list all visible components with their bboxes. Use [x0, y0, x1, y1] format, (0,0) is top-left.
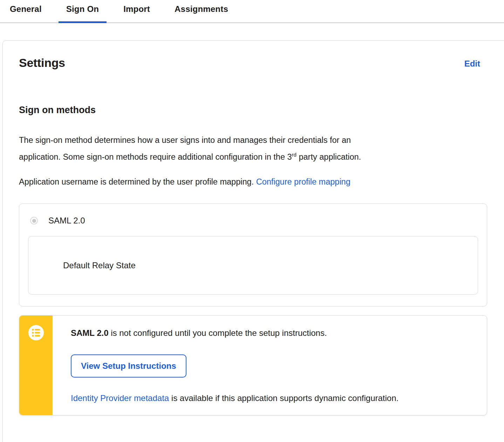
- default-relay-state-box: Default Relay State: [28, 236, 478, 295]
- tab-assignments[interactable]: Assignments: [167, 0, 236, 22]
- sign-on-description-line2-pre: application. Some sign-on methods requir…: [19, 152, 292, 161]
- tab-sign-on[interactable]: Sign On: [59, 0, 107, 22]
- metadata-text: is available if this application support…: [169, 393, 399, 403]
- view-setup-instructions-button[interactable]: View Setup Instructions: [71, 354, 186, 378]
- default-relay-state-label: Default Relay State: [63, 261, 136, 270]
- sign-on-description-line2-post: party application.: [297, 152, 361, 161]
- saml-radio-button[interactable]: [30, 217, 38, 225]
- identity-provider-metadata-link[interactable]: Identity Provider metadata: [71, 393, 169, 403]
- callout-caution-strip: [19, 316, 53, 415]
- saml-method-box: SAML 2.0 Default Relay State: [19, 203, 487, 306]
- username-mapping-text: Application username is determined by th…: [19, 177, 256, 186]
- callout-message-text: is not configured until you complete the…: [109, 328, 327, 338]
- tab-general[interactable]: General: [2, 0, 49, 22]
- list-icon: [28, 325, 44, 415]
- sign-on-methods-heading: Sign on methods: [19, 105, 487, 116]
- ordinal-superscript: rd: [292, 152, 297, 158]
- saml-setup-callout: SAML 2.0 is not configured until you com…: [19, 315, 487, 415]
- settings-header: Settings Edit: [19, 56, 487, 70]
- page-title: Settings: [19, 56, 65, 70]
- sign-on-description-line1: The sign-on method determines how a user…: [19, 132, 487, 149]
- callout-message: SAML 2.0 is not configured until you com…: [71, 327, 473, 339]
- configure-profile-mapping-link[interactable]: Configure profile mapping: [256, 177, 350, 186]
- saml-radio-row: SAML 2.0: [30, 216, 478, 226]
- callout-body: SAML 2.0 is not configured until you com…: [53, 316, 487, 415]
- settings-card: Settings Edit Sign on methods The sign-o…: [2, 40, 504, 442]
- metadata-line: Identity Provider metadata is available …: [71, 393, 473, 403]
- tab-import[interactable]: Import: [116, 0, 158, 22]
- app-tab-bar: General Sign On Import Assignments: [0, 0, 504, 23]
- saml-radio-label: SAML 2.0: [48, 216, 85, 226]
- callout-message-strong: SAML 2.0: [71, 328, 109, 338]
- edit-button[interactable]: Edit: [464, 59, 480, 69]
- sign-on-description-line2: application. Some sign-on methods requir…: [19, 149, 487, 165]
- username-mapping-line: Application username is determined by th…: [19, 173, 487, 190]
